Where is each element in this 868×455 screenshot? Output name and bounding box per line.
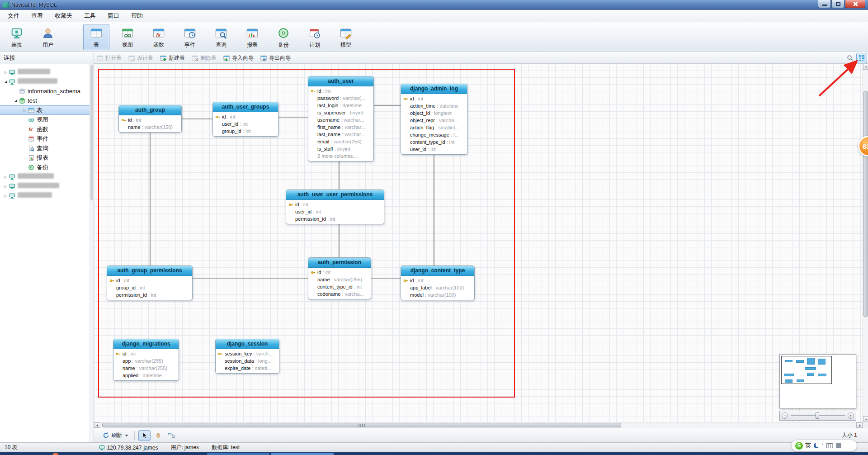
tree-item-test-tables[interactable]: ▷表 (0, 105, 90, 115)
sidebar-scrollbar[interactable] (90, 64, 94, 442)
sogou-logo-icon[interactable]: S (795, 442, 803, 450)
statusbar-user: 用户: james (170, 444, 199, 451)
relation-tool-button[interactable] (165, 430, 178, 441)
model-icon (339, 26, 353, 40)
statusbar: 10 表 120.79.38.247-james 用户: james 数据库: … (0, 442, 868, 452)
minimap-table-tile (807, 373, 814, 376)
toolbar-table-button[interactable]: 表 (83, 24, 109, 50)
tree-item-test-functions[interactable]: fx函数 (0, 124, 90, 134)
horizontal-scrollbar[interactable] (94, 422, 863, 428)
minimap-table-tile (807, 358, 815, 365)
taskbar-button[interactable] (271, 453, 334, 455)
toolbar-function-button[interactable]: fx函数 (146, 24, 172, 50)
diagram-table-django_content_type[interactable]: django_content_typeid: intapp_label: var… (401, 265, 475, 300)
tree-item-test-backups[interactable]: 备份 (0, 162, 90, 172)
minimap-table-tile (818, 359, 826, 365)
keyboard-icon[interactable] (826, 443, 833, 448)
import-wizard-button[interactable]: 导入向导 (223, 54, 254, 62)
column-row: expire_date: dateti... (218, 365, 276, 372)
tree-item-db-information-schema[interactable]: information_schema (0, 86, 90, 96)
menu-view[interactable]: 查看 (25, 10, 49, 22)
toolbar-backup-button[interactable]: 备份 (270, 24, 297, 50)
select-tool-button[interactable] (138, 430, 151, 441)
refresh-dropdown-arrow[interactable] (125, 435, 128, 438)
taskbar-notification-ball[interactable] (52, 453, 59, 455)
menu-help[interactable]: 帮助 (125, 10, 149, 22)
column-row: id: int (116, 350, 176, 357)
er-diagram-canvas[interactable]: auth_groupid: intname: varchar(150)auth_… (94, 64, 863, 422)
toolbar-schedule-button[interactable]: 计划 (302, 24, 328, 50)
minimap-table-tile (805, 367, 816, 370)
design-table-button[interactable]: 设计表 (128, 54, 153, 62)
refresh-button[interactable]: 刷新 (100, 430, 131, 441)
horizontal-scrollbar-thumb[interactable] (102, 423, 621, 427)
minimize-button[interactable] (818, 0, 831, 8)
scroll-up-button[interactable] (863, 64, 868, 70)
toolbar-user-button[interactable]: 用户 (35, 24, 61, 50)
toolbar-query-button[interactable]: 查询 (208, 24, 234, 50)
tree-item-connection-4[interactable]: ▷ (0, 181, 90, 191)
menu-file[interactable]: 文件 (2, 10, 25, 22)
tree-item-test-events[interactable]: 事件 (0, 134, 90, 143)
scroll-right-button[interactable] (856, 422, 863, 428)
maximize-button[interactable] (831, 0, 844, 8)
menu-tools[interactable]: 工具 (78, 10, 102, 22)
tree-item-connection-1[interactable]: ▷ (0, 67, 90, 77)
diagram-table-auth_group_permissions[interactable]: auth_group_permissionsid: intgroup_id: i… (107, 265, 193, 300)
ime-language-indicator[interactable]: 英 (805, 441, 811, 450)
delete-table-button[interactable]: 删除表 (192, 54, 217, 62)
windows-taskbar[interactable] (0, 452, 868, 455)
tree-item-test-views[interactable]: 视图 (0, 115, 90, 124)
diagram-table-django_session[interactable]: django_sessionsession_key: varch...sessi… (215, 339, 279, 374)
moon-icon[interactable] (814, 443, 819, 448)
zoom-out-button[interactable]: − (782, 412, 788, 419)
toolbar-report-button[interactable]: 报表 (239, 24, 265, 50)
er-diagram-view-button[interactable] (856, 53, 867, 63)
column-row: last_name: varchar... (311, 131, 371, 138)
sidebar-scrollbar-thumb[interactable] (90, 65, 93, 200)
menu-favorites[interactable]: 收藏夹 (49, 10, 78, 22)
scroll-down-button[interactable] (863, 416, 868, 422)
toolbar-model-button[interactable]: 模型 (333, 24, 359, 50)
vertical-scrollbar-thumb[interactable] (863, 91, 868, 317)
column-row: name: varchar(255) (311, 276, 368, 283)
punctuation-icon[interactable]: ’ (822, 442, 823, 449)
tree-item-connection-2[interactable]: ◢ (0, 77, 90, 86)
menu-window[interactable]: 窗口 (102, 10, 125, 22)
minimap-panel[interactable] (779, 354, 856, 408)
taskbar-button[interactable] (207, 453, 269, 455)
toolbar-event-button[interactable]: 事件 (177, 24, 203, 50)
diagram-table-auth_group[interactable]: auth_groupid: intname: varchar(150) (118, 105, 182, 133)
scroll-left-button[interactable] (94, 422, 100, 428)
diagram-table-auth_user_user_permissions[interactable]: auth_user_user_permissionsid: intuser_id… (286, 190, 384, 224)
export-wizard-button[interactable]: 导出向导 (260, 54, 291, 62)
diagram-table-auth_user[interactable]: auth_userid: intpassword: varchar(...las… (308, 76, 374, 161)
close-button[interactable] (845, 0, 865, 8)
tree-item-test-queries[interactable]: 查询 (0, 143, 90, 153)
new-table-button[interactable]: 新建表 (160, 54, 185, 62)
minimap-table-tile (796, 360, 804, 363)
column-row: app_label: varchar(100) (403, 284, 472, 291)
vertical-scrollbar[interactable] (863, 64, 868, 422)
column-row: applied: datetime (116, 372, 176, 379)
zoom-slider-thumb[interactable] (816, 412, 819, 419)
pan-tool-button[interactable] (152, 430, 164, 441)
tree-item-connection-3[interactable]: ▷ (0, 172, 90, 181)
diagram-table-auth_permission[interactable]: auth_permissionid: intname: varchar(255)… (308, 257, 371, 299)
toolbar-view-button[interactable]: 视图 (114, 24, 141, 50)
open-table-button[interactable]: 打开表 (97, 54, 122, 62)
search-icon[interactable] (845, 53, 855, 63)
zoom-in-button[interactable]: + (848, 412, 854, 419)
tree-item-connection-5[interactable]: ▷ (0, 191, 90, 200)
ime-toolbox-icon[interactable] (836, 443, 841, 448)
tree-item-test-reports[interactable]: 报表 (0, 153, 90, 162)
connection-icon (9, 173, 16, 180)
diagram-table-django_migrations[interactable]: django_migrationsid: intapp: varchar(255… (113, 339, 179, 381)
ime-toolbar[interactable]: S 英 ’ (791, 440, 857, 451)
tree-item-db-test[interactable]: ◢test (0, 96, 90, 105)
diagram-table-auth_user_groups[interactable]: auth_user_groupsid: intuser_id: intgroup… (212, 102, 278, 137)
diagram-table-django_admin_log[interactable]: django_admin_logid: intaction_time: date… (401, 84, 467, 155)
column-row: action_flag: smallint... (403, 124, 464, 131)
toolbar-connection-button[interactable]: 连接 (4, 24, 30, 50)
zoom-slider-track[interactable] (791, 415, 845, 416)
